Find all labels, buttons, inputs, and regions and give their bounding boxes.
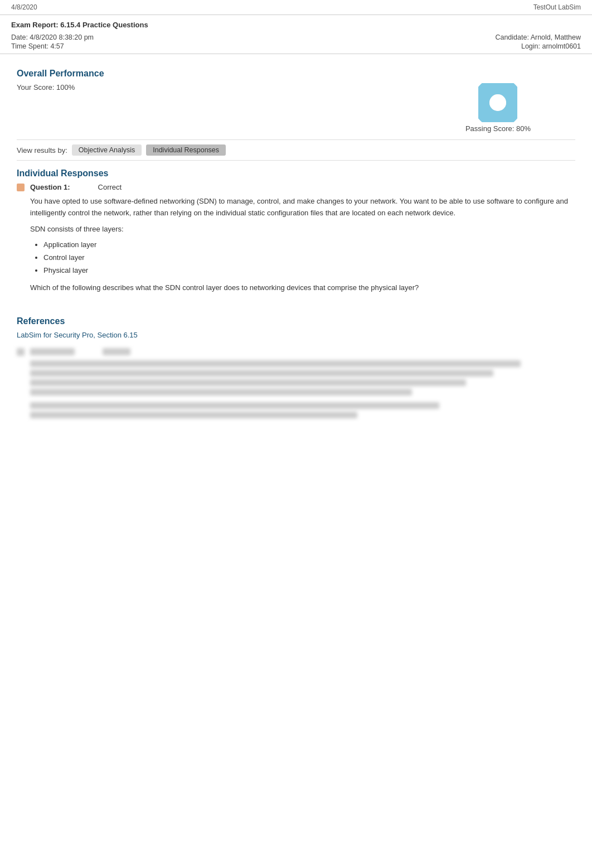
question-1-text: Which of the following describes what th… xyxy=(30,282,575,294)
individual-responses-title: Individual Responses xyxy=(17,168,575,179)
question-1-para2: SDN consists of three layers: xyxy=(30,224,575,235)
overall-performance-title: Overall Performance xyxy=(17,69,575,79)
view-results-label: View results by: xyxy=(17,146,67,155)
view-results-row: View results by: Objective Analysis Indi… xyxy=(17,139,575,161)
question-1-bullets: Application layer Control layer Physical… xyxy=(43,239,575,276)
your-score: Your Score: 100% xyxy=(17,83,75,91)
svg-point-2 xyxy=(489,94,506,111)
question-1-para1: You have opted to use software-defined n… xyxy=(30,196,575,219)
passing-score: Passing Score: 80% xyxy=(465,124,531,133)
references-section: References LabSim for Security Pro, Sect… xyxy=(17,316,575,418)
candidate-name: Candidate: Arnold, Matthew xyxy=(495,33,581,41)
tab-objective-analysis[interactable]: Objective Analysis xyxy=(72,144,142,156)
references-title: References xyxy=(17,316,575,326)
bullet-3: Physical layer xyxy=(43,265,575,277)
score-chart xyxy=(478,83,517,122)
bullet-1: Application layer xyxy=(43,239,575,251)
individual-responses-section: Individual Responses Question 1: Correct… xyxy=(17,168,575,294)
question-1-status: Correct xyxy=(98,183,122,191)
exam-time: Time Spent: 4:57 xyxy=(11,42,94,50)
question-1-indicator xyxy=(17,184,25,191)
login-name: Login: arnolmt0601 xyxy=(521,42,581,50)
blurred-question-2 xyxy=(17,348,575,418)
question-1-label: Question 1: xyxy=(30,183,70,191)
site-name: TestOut LabSim xyxy=(533,3,581,11)
question-1-header: Question 1: Correct xyxy=(17,183,575,191)
bullet-2: Control layer xyxy=(43,252,575,264)
tab-individual-responses[interactable]: Individual Responses xyxy=(146,144,226,156)
page-date: 4/8/2020 xyxy=(11,3,37,11)
reference-link[interactable]: LabSim for Security Pro, Section 6.15 xyxy=(17,331,575,339)
exam-title: Exam Report: 6.15.4 Practice Questions xyxy=(11,21,581,29)
question-1-body: You have opted to use software-defined n… xyxy=(30,196,575,294)
exam-date: Date: 4/8/2020 8:38:20 pm xyxy=(11,33,94,41)
